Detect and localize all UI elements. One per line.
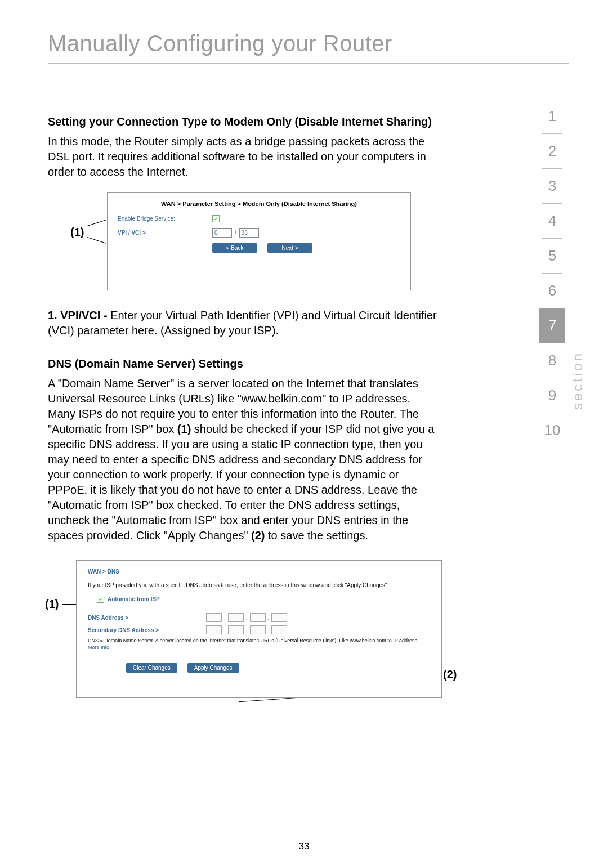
section-nav-1[interactable]: 1 (539, 99, 565, 133)
clear-changes-button[interactable]: Clear Changes (126, 663, 177, 673)
dns-octet-4[interactable] (271, 613, 287, 622)
section-nav-4[interactable]: 4 (539, 203, 565, 238)
back-button[interactable]: < Back (212, 243, 257, 253)
dns-octet-1[interactable] (206, 613, 222, 622)
sec-dns-octet-4[interactable] (271, 625, 287, 634)
section-nav-10[interactable]: 10 (539, 413, 565, 448)
section-nav-7[interactable]: 7 (539, 308, 565, 343)
callout-1: (1) (70, 226, 84, 239)
section-nav-3[interactable]: 3 (539, 168, 565, 203)
dns-intro-text: If your ISP provided you with a specific… (88, 581, 430, 589)
dns-octet-2[interactable] (228, 613, 244, 622)
enable-bridge-label: Enable Bridge Service: (118, 216, 212, 222)
section-nav-2[interactable]: 2 (539, 133, 565, 168)
para-dns-e: to save the settings. (265, 529, 368, 542)
dns-address-label: DNS Address > (88, 615, 206, 621)
sec-dns-address-label: Secondary DNS Address > (88, 627, 206, 633)
apply-changes-button[interactable]: Apply Changes (187, 663, 239, 673)
vci-input[interactable]: 38 (239, 228, 259, 238)
callout-2-dns: (2) (443, 668, 457, 681)
section-navigation: 1 2 3 4 5 6 7 8 9 10 section (539, 99, 585, 448)
more-info-link[interactable]: More Info (88, 645, 109, 650)
sec-dns-octet-2[interactable] (228, 625, 244, 634)
vpi-vci-slash: / (235, 230, 236, 236)
section-label: section (570, 351, 585, 410)
breadcrumb-modem-only: WAN > Parameter Setting > Modem Only (Di… (118, 200, 400, 207)
heading-connection-type: Setting your Connection Type to Modem On… (48, 114, 439, 129)
enable-bridge-checkbox[interactable]: ✓ (212, 215, 220, 222)
breadcrumb-dns: WAN > DNS (88, 569, 430, 575)
section-nav-9[interactable]: 9 (539, 378, 565, 413)
sec-dns-octet-3[interactable] (250, 625, 266, 634)
vpi-vci-label: VPI / VCI > (118, 230, 212, 236)
page-number: 33 (0, 841, 608, 852)
section-nav-6[interactable]: 6 (539, 273, 565, 308)
callout-1-dns: (1) (45, 598, 59, 611)
auto-isp-checkbox[interactable]: ✓ (97, 596, 104, 603)
list-item-1-label: 1. VPI/VCI - (48, 309, 108, 321)
para-dns-ref2: (2) (251, 529, 265, 542)
screenshot-dns: (1) (2) WAN > DNS If your ISP provided y… (48, 560, 439, 701)
dns-octet-3[interactable] (250, 613, 266, 622)
para-dns-c: should be checked if your ISP did not gi… (48, 423, 434, 542)
screenshot-modem-only: (1) WAN > Parameter Setting > Modem Only… (48, 192, 439, 293)
sec-dns-octet-1[interactable] (206, 625, 222, 634)
auto-isp-label: Automatic from ISP (108, 596, 160, 602)
next-button[interactable]: Next > (267, 243, 312, 253)
section-nav-8[interactable]: 8 (539, 343, 565, 378)
vpi-input[interactable]: 0 (212, 228, 232, 238)
section-nav-5[interactable]: 5 (539, 238, 565, 273)
para-dns-ref1: (1) (177, 423, 191, 435)
page-title: Manually Configuring your Router (48, 31, 569, 64)
heading-dns: DNS (Domain Name Server) Settings (48, 356, 439, 372)
para-modem-only: In this mode, the Router simply acts as … (48, 134, 439, 180)
dns-note-text: DNS = Domain Name Server. A server locat… (88, 638, 419, 643)
